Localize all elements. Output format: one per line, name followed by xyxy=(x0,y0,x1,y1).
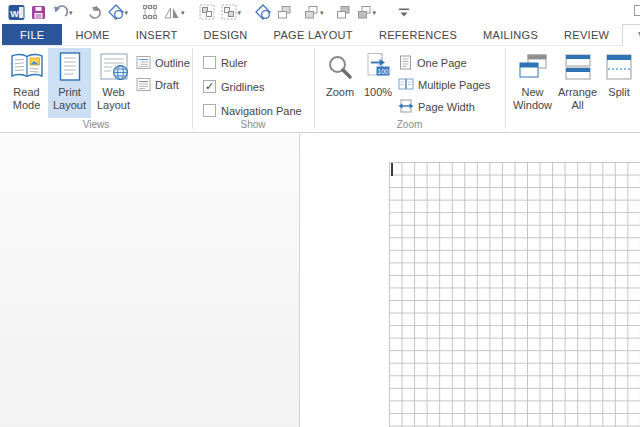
redo-icon[interactable] xyxy=(87,2,102,22)
print-layout-label: Print Layout xyxy=(48,86,91,112)
ruler-checkbox[interactable] xyxy=(203,56,216,69)
show-group-label: Show xyxy=(192,119,314,130)
outline-label: Outline xyxy=(155,57,190,69)
shapes-icon[interactable] xyxy=(255,2,271,22)
multiple-pages-icon xyxy=(398,77,414,93)
tab-mailings[interactable]: MAILINGS xyxy=(470,24,551,45)
tab-file[interactable]: FILE xyxy=(2,24,62,45)
split-icon xyxy=(604,48,634,86)
svg-text:W: W xyxy=(10,8,19,18)
tab-page-layout[interactable]: PAGE LAYOUT xyxy=(261,24,366,45)
tab-insert[interactable]: INSERT xyxy=(123,24,191,45)
ruler-label: Ruler xyxy=(221,57,247,69)
document-area[interactable] xyxy=(0,134,640,427)
rotate-flip-icon[interactable]: ▾ xyxy=(164,2,185,22)
web-layout-label: Web Layout xyxy=(91,86,136,112)
page-width-button[interactable]: Page Width xyxy=(398,97,475,117)
page-width-label: Page Width xyxy=(418,101,475,113)
customize-quick-access-toolbar-icon[interactable] xyxy=(398,2,410,22)
split-button[interactable]: Split xyxy=(601,48,637,118)
zoom-icon xyxy=(326,48,354,86)
save-icon[interactable] xyxy=(31,2,46,22)
navigation-pane-label: Navigation Pane xyxy=(221,105,302,117)
tab-home[interactable]: HOME xyxy=(62,24,122,45)
group-icon[interactable] xyxy=(199,2,215,22)
one-page-button[interactable]: One Page xyxy=(398,53,467,73)
word-logo-icon: W xyxy=(8,2,25,22)
dropdown-arrow-icon[interactable]: ▾ xyxy=(373,9,377,16)
tab-references[interactable]: REFERENCES xyxy=(366,24,470,45)
zoom-button[interactable]: Zoom xyxy=(321,48,359,118)
ungroup-icon[interactable]: ▾ xyxy=(221,2,242,22)
page-width-icon xyxy=(398,99,414,116)
send-backward-icon[interactable]: ▾ xyxy=(304,2,324,22)
print-layout-button[interactable]: Print Layout xyxy=(48,48,91,118)
dropdown-arrow-icon[interactable]: ▾ xyxy=(69,9,73,16)
dropdown-arrow-icon[interactable]: ▾ xyxy=(320,9,324,16)
gridlines-checkbox[interactable]: ✓ xyxy=(203,80,216,93)
text-cursor-caret xyxy=(391,163,393,176)
dropdown-arrow-icon[interactable]: ▾ xyxy=(238,9,242,16)
gridlines-label: Gridlines xyxy=(221,81,264,93)
arrange-all-icon xyxy=(563,48,593,86)
draft-button[interactable]: Draft xyxy=(136,75,179,95)
one-page-icon xyxy=(398,55,413,72)
draft-label: Draft xyxy=(155,79,179,91)
read-mode-label: Read Mode xyxy=(5,86,48,112)
resize-handles-icon[interactable] xyxy=(142,2,158,22)
document-canvas-background xyxy=(0,134,299,427)
arrange-all-label: Arrange All xyxy=(555,86,600,112)
new-window-label: New Window xyxy=(511,86,554,112)
zoom-100-label: 100% xyxy=(364,86,392,99)
zoom-100-badge: 100 xyxy=(378,68,389,75)
zoom-group-label: Zoom xyxy=(314,119,505,130)
multiple-pages-label: Multiple Pages xyxy=(418,79,490,91)
window-control-partial-icon[interactable] xyxy=(634,5,640,16)
send-to-back-icon[interactable]: ▾ xyxy=(357,2,377,22)
ribbon-tab-bar: FILE HOME INSERT DESIGN PAGE LAYOUT REFE… xyxy=(0,24,640,46)
read-mode-icon xyxy=(10,48,44,86)
draft-icon xyxy=(136,77,151,94)
zoom-100-icon: 100 xyxy=(363,48,393,86)
tab-review[interactable]: REVIEW xyxy=(551,24,622,45)
views-group-label: Views xyxy=(0,119,192,130)
read-mode-button[interactable]: Read Mode xyxy=(5,48,48,118)
bring-forward-icon[interactable] xyxy=(277,2,292,22)
page-left-edge xyxy=(299,134,300,427)
navigation-pane-checkbox-row[interactable]: Navigation Pane xyxy=(203,102,302,119)
title-bar: W ▾ ▾ ▾ ▾ xyxy=(0,0,640,24)
group-separator xyxy=(192,48,193,129)
tab-design[interactable]: DESIGN xyxy=(191,24,261,45)
tab-view[interactable]: VIEW xyxy=(622,24,640,46)
zoom-label: Zoom xyxy=(326,86,354,99)
navigation-pane-checkbox[interactable] xyxy=(203,104,216,117)
dropdown-arrow-icon[interactable]: ▾ xyxy=(181,9,185,16)
gridlines-checkbox-row[interactable]: ✓ Gridlines xyxy=(203,78,264,95)
freeform-shape-icon[interactable]: ▾ xyxy=(108,2,129,22)
zoom-100-button[interactable]: 100 100% xyxy=(359,48,397,118)
outline-icon xyxy=(136,55,151,72)
group-separator xyxy=(314,48,315,129)
undo-icon[interactable]: ▾ xyxy=(52,2,73,22)
word-window: W ▾ ▾ ▾ ▾ xyxy=(0,0,640,427)
dropdown-arrow-icon[interactable]: ▾ xyxy=(125,9,129,16)
ruler-checkbox-row[interactable]: Ruler xyxy=(203,54,247,71)
split-label: Split xyxy=(608,86,629,99)
web-layout-icon xyxy=(97,48,131,86)
multiple-pages-button[interactable]: Multiple Pages xyxy=(398,75,490,95)
bring-to-front-icon[interactable] xyxy=(336,2,351,22)
web-layout-button[interactable]: Web Layout xyxy=(91,48,136,118)
group-separator xyxy=(505,48,506,129)
one-page-label: One Page xyxy=(417,57,467,69)
new-window-icon xyxy=(518,48,548,86)
print-layout-icon xyxy=(53,48,87,86)
ribbon-view-tab-content: Read Mode Print Layout Web Layout Outlin… xyxy=(0,46,640,133)
arrange-all-button[interactable]: Arrange All xyxy=(555,48,600,118)
new-window-button[interactable]: New Window xyxy=(511,48,554,118)
document-gridlines[interactable] xyxy=(389,162,640,427)
outline-button[interactable]: Outline xyxy=(136,53,190,73)
